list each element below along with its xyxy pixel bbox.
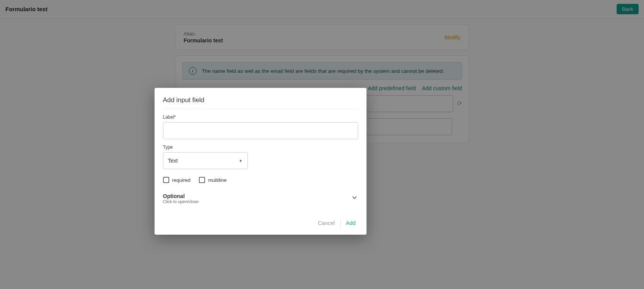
multiline-checkbox[interactable] — [199, 177, 205, 183]
multiline-checkbox-item[interactable]: multiline — [199, 177, 227, 183]
optional-title: Optional — [163, 193, 198, 199]
add-button[interactable]: Add — [341, 218, 358, 229]
required-label: required — [172, 177, 191, 183]
add-input-field-modal: Add input field Label* Type Text ▼ requi… — [155, 88, 367, 235]
modal-title: Add input field — [163, 96, 358, 109]
modal-overlay[interactable]: Add input field Label* Type Text ▼ requi… — [0, 0, 644, 289]
optional-subtitle: Click to open/close — [163, 199, 198, 204]
modal-actions: Cancel Add — [163, 218, 358, 229]
optional-text-block: Optional Click to open/close — [163, 193, 198, 204]
required-checkbox[interactable] — [163, 177, 169, 183]
label-field-label: Label* — [163, 114, 358, 120]
type-field-label: Type — [163, 144, 358, 150]
type-select-wrap: Text ▼ — [163, 152, 248, 169]
caret-down-icon: ▼ — [239, 159, 243, 163]
chevron-down-icon — [351, 194, 358, 203]
type-select[interactable]: Text ▼ — [163, 152, 248, 169]
required-checkbox-item[interactable]: required — [163, 177, 191, 183]
type-select-value: Text — [168, 158, 178, 164]
optional-section-toggle[interactable]: Optional Click to open/close — [163, 193, 358, 204]
checkbox-row: required multiline — [163, 177, 358, 183]
multiline-label: multiline — [208, 177, 227, 183]
label-input[interactable] — [163, 122, 358, 139]
cancel-button[interactable]: Cancel — [313, 218, 340, 229]
